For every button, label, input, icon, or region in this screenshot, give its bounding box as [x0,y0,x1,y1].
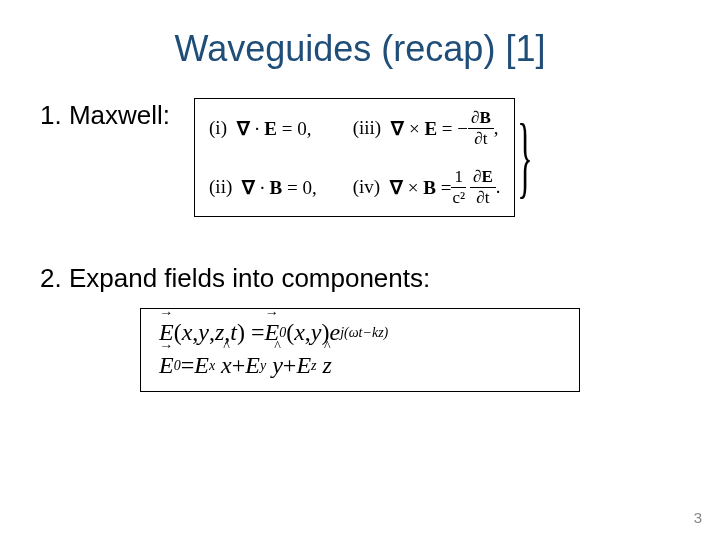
slide-title: Waveguides (recap) [1] [40,28,680,70]
y-hat: ^y [272,352,283,379]
eq-iv-lead: ∇ × B = [390,176,451,199]
page-number: 3 [694,509,702,526]
eq-iv-frac2: ∂E ∂t [470,168,496,207]
eq-iii-lead: ∇ × E = − [391,117,468,140]
maxwell-equations: (i) ∇ · E = 0, (iii) ∇ × E = − ∂B ∂t , [194,98,548,217]
eq-i-numeral: (i) [209,117,227,139]
eq-iv: (iv) ∇ × B = 1 c² ∂E ∂t . [353,168,501,207]
eq-i: (i) ∇ · E = 0, [209,117,317,140]
eq-ii: (ii) ∇ · B = 0, [209,176,317,199]
eq-iv-frac1: 1 c² [451,168,466,207]
vector-E0-2: →E [159,352,174,379]
eq-iii: (iii) ∇ × E = − ∂B ∂t , [353,109,501,148]
maxwell-box: (i) ∇ · E = 0, (iii) ∇ × E = − ∂B ∂t , [194,98,515,217]
eq-iii-frac: ∂B ∂t [468,109,494,148]
x-hat: ^x [221,352,232,379]
item-2: 2. Expand fields into components: →E (x,… [40,263,680,392]
field-line-2: →E0 = Ex ^x + Ey ^y + Ez ^z [159,352,561,379]
args1: ( [174,319,182,346]
z-hat: ^z [323,352,332,379]
item-1: 1. Maxwell: (i) ∇ · E = 0, (iii) ∇ × E =… [40,98,680,217]
field-line-1: →E (x, y, z, t) = →E0 (x, y) ej(ωt−kz) [159,319,561,346]
eq-iii-tail: , [494,117,499,139]
expand-box: →E (x, y, z, t) = →E0 (x, y) ej(ωt−kz) →… [140,308,580,392]
slide: Waveguides (recap) [1] 1. Maxwell: (i) ∇… [0,0,720,540]
item-2-label: 2. Expand fields into components: [40,263,680,294]
eq-iii-numeral: (iii) [353,117,382,139]
eq-i-body: ∇ · E = 0, [237,117,311,140]
item-1-label: 1. Maxwell: [40,98,170,131]
eq-ii-numeral: (ii) [209,176,232,198]
eq-iv-tail: . [496,176,501,198]
right-brace-icon: } [518,110,533,202]
exponent: j(ωt−kz) [340,325,388,341]
eq-ii-body: ∇ · B = 0, [242,176,316,199]
eq-iv-numeral: (iv) [353,176,380,198]
